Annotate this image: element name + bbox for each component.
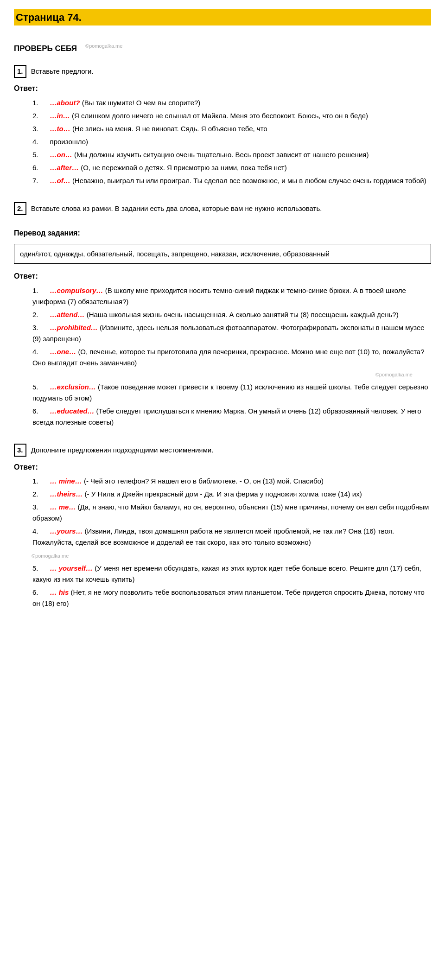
section-header: ПРОВЕРЬ СЕБЯ [14, 42, 77, 55]
item2-num: 2. [32, 112, 38, 120]
t3-item6-num: 6. [32, 588, 38, 596]
t3-item6-text: (Нет, я не могу позволить тебе воспользо… [32, 588, 425, 607]
task2-item-2: 2. …attend… (Наша школьная жизнь очень н… [32, 309, 431, 320]
task2-line: 2. Вставьте слова из рамки. В задании ес… [14, 202, 431, 215]
item6-answer: …after… [50, 164, 79, 172]
task2-item-1: 1. …compulsory… (В школу мне приходится … [32, 285, 431, 307]
task1-line: 1. Вставьте предлоги. [14, 65, 431, 78]
item5-answer: …on… [50, 151, 72, 159]
t3-item1-answer: … mine… [50, 477, 82, 485]
t2-item4-answer: …one… [50, 348, 76, 356]
task1-item-2: 2. …in… (Я слишком долго ничего не слыша… [32, 110, 431, 121]
word-box: один/этот, однажды, обязательный, посеща… [14, 244, 431, 264]
translate-header: Перевод задания: [14, 227, 431, 239]
item1-answer: …about? [50, 99, 80, 107]
t3-item4-answer: …yours… [50, 527, 83, 535]
task3-item-1: 1. … mine… (- Чей это телефон? Я нашел е… [32, 476, 431, 487]
item6-text: (О, не переживай о детях. Я присмотрю за… [81, 164, 286, 172]
item4-cont: произошло) [50, 138, 89, 146]
t2-item2-num: 2. [32, 311, 38, 318]
task2-label: 2. [14, 202, 26, 215]
t3-item4-text: (Извини, Линда, твоя домашняя работа не … [32, 527, 394, 546]
t3-item1-text: (- Чей это телефон? Я нашел его в библио… [84, 477, 324, 485]
t2-item6-num: 6. [32, 407, 38, 415]
t3-item2-answer: …theirs… [50, 490, 83, 498]
item7-text: (Неважно, выиграл ты или проиграл. Ты сд… [72, 177, 426, 185]
item4-num: 4. [32, 138, 38, 146]
task1-item-7: 7. …of… (Неважно, выиграл ты или проигра… [32, 175, 431, 186]
item6-num: 6. [32, 164, 38, 172]
task1-item-3: 3. …to… (Не злись на меня. Я не виноват.… [32, 123, 431, 134]
item3-num: 3. [32, 125, 38, 133]
task2-item-3: 3. …prohibited… (Извините, здесь нельзя … [32, 322, 431, 344]
t2-item2-text: (Наша школьная жизнь очень насыщенная. А… [87, 311, 399, 318]
task1-item-5: 5. …on… (Мы должны изучить ситуацию очен… [32, 149, 431, 160]
task1-item-4: 4. произошло) [32, 136, 431, 147]
t2-item5-num: 5. [32, 383, 38, 391]
t3-item1-num: 1. [32, 477, 38, 485]
t2-item1-answer: …compulsory… [50, 286, 103, 294]
t2-item5-answer: …exclusion… [50, 383, 96, 391]
item3-answer: …to… [50, 125, 70, 133]
item5-num: 5. [32, 151, 38, 159]
t2-item6-answer: …educated… [50, 407, 95, 415]
task2-item-5: 5. …exclusion… (Такое поведение может пр… [32, 382, 431, 404]
t2-item2-answer: …attend… [50, 311, 85, 318]
task3-answer-header: Ответ: [14, 461, 431, 473]
item7-answer: …of… [50, 177, 70, 185]
task2-text: Вставьте слова из рамки. В задании есть … [31, 204, 322, 212]
page-title: Страница 74. [14, 9, 431, 25]
task1-item-6: 6. …after… (О, не переживай о детях. Я п… [32, 162, 431, 173]
task1-text: Вставьте предлоги. [31, 67, 94, 75]
task1-label: 1. [14, 65, 26, 78]
item1-num: 1. [32, 99, 38, 107]
task3-line: 3. Дополните предложения подходящими мес… [14, 444, 431, 457]
watermark-2: ©pomogalka.me [375, 372, 413, 377]
t2-item1-num: 1. [32, 286, 38, 294]
task3-item-6: 6. … his (Нет, я не могу позволить тебе … [32, 587, 431, 609]
t3-item3-text: (Да, я знаю, что Майкл баламут, но он, в… [32, 503, 429, 522]
item2-answer: …in… [50, 112, 70, 120]
task3-item-5: 5. … yourself… (У меня нет времени обсуж… [32, 563, 431, 585]
t3-item4-num: 4. [32, 527, 38, 535]
task3-item-2: 2. …theirs… (- У Нила и Джейн прекрасный… [32, 489, 431, 500]
t3-item5-num: 5. [32, 564, 38, 572]
watermark-1: ©pomogalka.me [85, 42, 122, 51]
t2-item3-answer: …prohibited… [50, 324, 98, 331]
task3-label: 3. [14, 444, 26, 457]
task1-answer-header: Ответ: [14, 83, 431, 95]
t2-item4-text: (О, печенье, которое ты приготовила для … [32, 348, 425, 367]
item5-text: (Мы должны изучить ситуацию очень тщател… [74, 151, 369, 159]
item2-text: (Я слишком долго ничего не слышал от Май… [72, 112, 368, 120]
t2-item3-num: 3. [32, 324, 38, 331]
watermark-3: ©pomogalka.me [32, 553, 69, 559]
t3-item6-answer: … his [50, 588, 69, 596]
t3-item5-answer: … yourself… [50, 564, 93, 572]
task3-text: Дополните предложения подходящими местои… [31, 446, 214, 454]
t3-item2-num: 2. [32, 490, 38, 498]
task1-item-1: 1. …about? (Вы так шумите! О чем вы спор… [32, 97, 431, 108]
task2-item-4: 4. …one… (О, печенье, которое ты пригото… [32, 346, 431, 369]
item3-text: (Не злись на меня. Я не виноват. Сядь. Я… [72, 125, 267, 133]
item1-text: (Вы так шумите! О чем вы спорите?) [82, 99, 201, 107]
task3-item-4: 4. …yours… (Извини, Линда, твоя домашняя… [32, 526, 431, 548]
task2-item-6: 6. …educated… (Тебе следует прислушаться… [32, 406, 431, 428]
t3-item2-text: (- У Нила и Джейн прекрасный дом - Да. И… [85, 490, 362, 498]
task2-answer-header: Ответ: [14, 270, 431, 282]
t3-item3-num: 3. [32, 503, 38, 511]
t2-item4-num: 4. [32, 348, 38, 356]
task3-item-3: 3. … me… (Да, я знаю, что Майкл баламут,… [32, 502, 431, 524]
t3-item3-answer: … me… [50, 503, 76, 511]
item7-num: 7. [32, 177, 38, 185]
